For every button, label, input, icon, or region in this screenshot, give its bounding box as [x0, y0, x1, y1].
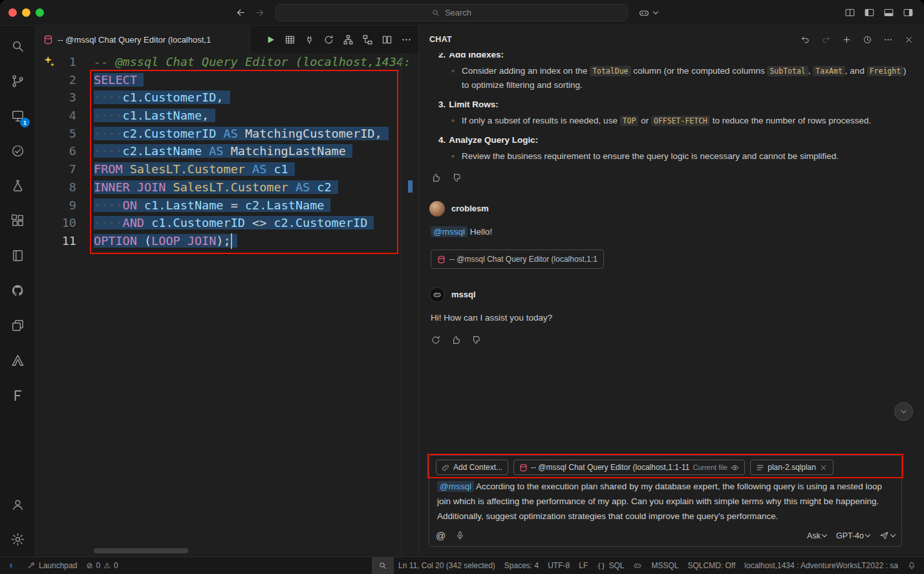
- sidebar-item-github[interactable]: [2, 273, 33, 308]
- sidebar-item-extensions[interactable]: [2, 203, 33, 238]
- chat-input-text[interactable]: @mssql According to the execution plan s…: [437, 479, 894, 524]
- problems-status-item[interactable]: ⊘0 ⚠0: [81, 557, 122, 574]
- code-token: SalesLT.Customer: [130, 162, 245, 176]
- markdown-list-item: 3.Limit Rows:If only a subset of results…: [429, 98, 914, 128]
- code-token: ····: [94, 127, 123, 140]
- close-window-button[interactable]: [8, 8, 17, 17]
- sidebar-item-testing[interactable]: [2, 133, 33, 168]
- context-chip-plan[interactable]: plan-2.sqlplan: [750, 460, 833, 475]
- search-input[interactable]: Search: [275, 4, 628, 21]
- more-icon[interactable]: [883, 35, 893, 45]
- send-button[interactable]: [879, 531, 895, 540]
- sidebar-item-flyway[interactable]: [2, 377, 33, 412]
- inline-code: TOP: [620, 116, 639, 126]
- status-bar: Launchpad ⊘0 ⚠0 Ln 11, Col 20 (342 selec…: [0, 557, 924, 574]
- editor-scrollbar[interactable]: [401, 53, 418, 557]
- disconnect-plug-icon[interactable]: [304, 34, 315, 45]
- tab-chat-query-editor[interactable]: -- @mssql Chat Query Editor (localhost,1: [36, 26, 250, 53]
- language-mode-item[interactable]: {}SQL: [592, 557, 629, 574]
- copilot-status-item[interactable]: [629, 557, 647, 574]
- code-token: ,: [216, 90, 223, 104]
- toggle-sidebar-right-icon[interactable]: [903, 7, 914, 18]
- thumbs-down-icon[interactable]: [471, 335, 481, 345]
- eye-icon[interactable]: [731, 463, 739, 472]
- copilot-sparkle-icon[interactable]: [43, 55, 56, 68]
- add-context-button[interactable]: Add Context...: [436, 460, 508, 475]
- code-token: c2: [317, 180, 331, 194]
- close-icon[interactable]: [904, 35, 914, 45]
- sidebar-item-aframe[interactable]: [2, 343, 33, 377]
- code-content: -- @mssql Chat Query Editor (localhost,1…: [76, 53, 418, 250]
- scroll-to-bottom-button[interactable]: [894, 402, 913, 421]
- zoom-status-item[interactable]: [372, 557, 394, 574]
- settings-button[interactable]: [2, 522, 33, 557]
- cursor-position-item[interactable]: Ln 11, Col 20 (342 selected): [394, 557, 500, 574]
- layout-columns-icon[interactable]: [844, 7, 855, 18]
- redo-icon[interactable]: [821, 35, 831, 45]
- sidebar-item-remote-explorer[interactable]: 1: [2, 98, 33, 133]
- zoom-window-button[interactable]: [36, 8, 44, 17]
- thumbs-up-icon[interactable]: [451, 335, 461, 345]
- schema-hierarchy-icon[interactable]: [343, 34, 354, 45]
- remote-indicator[interactable]: [0, 557, 22, 574]
- code-editor[interactable]: 1234567891011 -- @mssql Chat Query Edito…: [36, 53, 418, 557]
- context-chip-file[interactable]: -- @mssql Chat Query Editor (localhost,1…: [513, 460, 745, 475]
- launchpad-status-item[interactable]: Launchpad: [22, 557, 81, 574]
- mssql-status-item[interactable]: MSSQL: [647, 557, 683, 574]
- change-connection-icon[interactable]: [323, 34, 334, 45]
- horizontal-scrollbar[interactable]: [94, 548, 188, 553]
- chevron-down-icon: [899, 407, 908, 416]
- code-line: ····AND c1.CustomerID <> c2.CustomerID: [94, 214, 418, 232]
- attachment-pill[interactable]: -- @mssql Chat Query Editor (localhost,1…: [431, 250, 604, 269]
- minimize-window-button[interactable]: [22, 8, 30, 17]
- toggle-sidebar-left-icon[interactable]: [864, 7, 875, 18]
- regenerate-icon[interactable]: [431, 335, 441, 345]
- eol-item[interactable]: LF: [574, 557, 592, 574]
- selection-highlight: ····c2.CustomerID AS MatchingCustomerID,: [94, 127, 389, 140]
- thumbs-down-icon[interactable]: [451, 173, 462, 183]
- code-token: AS: [224, 127, 238, 140]
- history-icon[interactable]: [863, 35, 872, 45]
- microphone-icon[interactable]: [455, 531, 465, 540]
- remove-chip-icon[interactable]: [819, 463, 828, 472]
- thumbs-up-icon[interactable]: [431, 173, 441, 183]
- line-number: 1: [36, 53, 76, 71]
- forward-icon[interactable]: [254, 7, 265, 18]
- sidebar-item-workspaces[interactable]: [2, 308, 33, 343]
- mode-picker[interactable]: Ask: [807, 531, 826, 540]
- sidebar-item-search[interactable]: [2, 28, 33, 63]
- run-query-icon[interactable]: [265, 34, 276, 45]
- eol-label: LF: [579, 561, 588, 570]
- results-grid-icon[interactable]: [285, 34, 295, 45]
- sidebar-item-run-tests[interactable]: [2, 168, 33, 203]
- book-icon: [10, 248, 25, 263]
- back-icon[interactable]: [235, 7, 246, 18]
- list-item-title: 4.Analyze Query Logic:: [438, 133, 914, 147]
- copilot-menu-button[interactable]: [638, 7, 658, 19]
- more-actions-icon[interactable]: [401, 34, 412, 45]
- line-number: 7: [36, 160, 76, 178]
- connection-status-item[interactable]: localhost,1434 : AdventureWorksLT2022 : …: [740, 557, 903, 574]
- model-picker[interactable]: GPT-4o: [836, 531, 870, 540]
- sqlcmd-status-item[interactable]: SQLCMD: Off: [683, 557, 740, 574]
- selection-highlight: ····c1.CustomerID,: [94, 90, 230, 104]
- warning-icon: ⚠: [103, 561, 111, 570]
- new-chat-icon[interactable]: [842, 35, 852, 45]
- sidebar-item-source-control[interactable]: [2, 63, 33, 98]
- chat-message-list[interactable]: 2.Add Indexes:Consider adding an index o…: [419, 53, 924, 451]
- schema-designer-icon[interactable]: [362, 34, 373, 45]
- sidebar-item-docs[interactable]: [2, 238, 33, 273]
- line-number: 3: [36, 89, 76, 107]
- code-line: SELECT: [94, 71, 418, 89]
- toggle-panel-bottom-icon[interactable]: [883, 7, 894, 18]
- undo-icon[interactable]: [800, 35, 810, 45]
- code-token: ····: [94, 198, 123, 212]
- mention-icon[interactable]: @: [436, 530, 446, 541]
- code-token: c1.LastName: [123, 109, 202, 122]
- indentation-item[interactable]: Spaces: 4: [500, 557, 543, 574]
- encoding-item[interactable]: UTF-8: [543, 557, 574, 574]
- notifications-bell[interactable]: [903, 557, 924, 574]
- split-editor-icon[interactable]: [381, 34, 392, 45]
- bell-icon: [907, 561, 916, 570]
- accounts-button[interactable]: [2, 487, 33, 522]
